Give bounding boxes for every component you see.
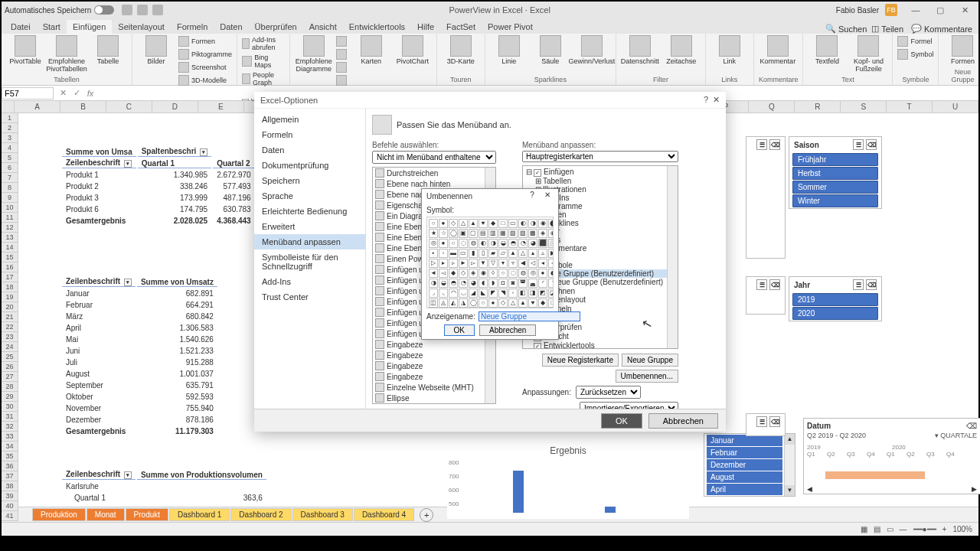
symbol-item[interactable]: ◂ <box>538 259 547 268</box>
symbol-item[interactable]: ◀ <box>518 259 528 268</box>
ribbon-3d-modelle[interactable]: 3D-Modelle <box>178 74 232 86</box>
symbol-item[interactable]: ◉ <box>538 219 547 228</box>
reset-combo[interactable]: Zurücksetzen <box>576 386 641 399</box>
clear-filter-icon[interactable]: ⌫ <box>966 422 977 430</box>
clear-filter-icon[interactable]: ⌫ <box>769 279 780 290</box>
scrollbar[interactable]: ▲ ▼ <box>784 434 795 496</box>
symbol-item[interactable]: ▢ <box>469 229 478 238</box>
multiselect-icon[interactable]: ☰ <box>756 139 767 150</box>
ribbon-zeitachse[interactable]: Zeitachse <box>662 35 701 66</box>
ribbon-chart[interactable] <box>336 61 349 73</box>
ribbon-chart[interactable] <box>336 35 349 47</box>
ribbon-karten[interactable]: Karten <box>352 35 390 66</box>
slicer-item[interactable]: 2019 <box>792 293 878 306</box>
symbol-item[interactable]: ◐ <box>518 219 528 228</box>
command-item[interactable]: Eingabeze <box>373 360 495 371</box>
maximize-icon[interactable]: ▢ <box>929 2 951 18</box>
symbol-item[interactable]: ▷ <box>429 259 438 268</box>
options-category[interactable]: Formeln <box>254 127 365 142</box>
user-avatar[interactable]: FB <box>885 4 897 16</box>
symbol-item[interactable]: ▹ <box>449 259 458 268</box>
ribbon-search[interactable]: 🔍 Suchen <box>821 24 871 34</box>
name-box[interactable] <box>2 87 54 99</box>
multiselect-icon[interactable]: ☰ <box>756 279 767 290</box>
symbol-item[interactable]: ◠ <box>449 289 458 298</box>
options-category[interactable]: Allgemein <box>254 112 365 127</box>
symbol-item[interactable]: ▧ <box>508 229 518 238</box>
command-item[interactable]: Ellipse <box>373 393 495 403</box>
ribbon-add-ins-abrufen[interactable]: Add-Ins abrufen <box>242 35 285 52</box>
ribbon-piktogramme[interactable]: Piktogramme <box>178 48 232 60</box>
undo-icon[interactable] <box>137 5 148 15</box>
symbol-item[interactable]: ◔ <box>459 279 468 288</box>
tab-überprüfen[interactable]: Überprüfen <box>249 20 303 34</box>
minimize-icon[interactable]: — <box>905 2 926 18</box>
tab-seitenlayout[interactable]: Seitenlayout <box>112 20 171 34</box>
symbol-item[interactable]: ▰ <box>488 249 498 258</box>
symbol-item[interactable]: ◛ <box>528 279 537 288</box>
chart-bar[interactable] <box>513 471 524 513</box>
options-category[interactable]: Speichern <box>254 173 365 188</box>
options-category[interactable]: Add-Ins <box>254 274 365 289</box>
ribbon-formen[interactable]: Formen <box>178 35 232 47</box>
symbol-item[interactable]: ◮ <box>459 298 468 308</box>
symbol-item[interactable]: ◍ <box>469 239 478 248</box>
symbol-item[interactable]: ⬛ <box>538 239 547 248</box>
slicer-saison[interactable]: Saison☰⌫FrühjahrHerbstSommerWinter <box>789 136 882 209</box>
slicer-hidden[interactable]: ☰⌫ <box>746 136 786 259</box>
symbol-item[interactable]: ▦ <box>498 229 508 238</box>
symbol-item[interactable]: ◞ <box>429 289 438 298</box>
symbol-item[interactable]: ◔ <box>518 239 528 248</box>
command-item[interactable]: Erste Spalte fixieren <box>373 403 495 404</box>
ribbon-bilder[interactable]: Bilder <box>137 35 175 66</box>
symbol-item[interactable]: ◐ <box>479 239 488 248</box>
tree-node[interactable]: ✓Entwicklertools <box>524 341 676 349</box>
timeline-range-bar[interactable] <box>825 471 925 479</box>
slicer-item[interactable]: August <box>707 471 782 483</box>
symbol-item[interactable]: ◩ <box>538 289 547 298</box>
cancel-button[interactable]: Abbrechen <box>479 324 536 336</box>
symbol-item[interactable]: ► <box>459 259 468 268</box>
symbol-item[interactable]: ◑ <box>488 239 498 248</box>
zoom-level[interactable]: 100% <box>952 525 972 533</box>
tab-power pivot[interactable]: Power Pivot <box>482 20 539 34</box>
ribbon-pivotchart[interactable]: PivotChart <box>394 35 432 66</box>
customize-ribbon-combo[interactable]: Hauptregisterkarten <box>522 151 678 162</box>
symbol-item[interactable]: ▬ <box>449 249 458 258</box>
symbol-item[interactable]: ◅ <box>439 269 448 278</box>
ribbon-formel[interactable]: Formel <box>897 35 933 47</box>
symbol-item[interactable]: ◇ <box>459 269 468 278</box>
symbol-item[interactable]: ◕ <box>469 279 478 288</box>
rename-button[interactable]: Umbenennen... <box>616 370 678 383</box>
symbol-item[interactable]: ▲ <box>508 249 518 258</box>
symbol-item[interactable]: ▼ <box>479 259 488 268</box>
symbol-item[interactable]: ▽ <box>488 259 498 268</box>
symbol-item[interactable]: ◃ <box>548 259 554 268</box>
ribbon-gewinn-verlust[interactable]: Gewinn/Verlust <box>573 35 611 66</box>
ribbon-linie[interactable]: Linie <box>490 35 528 66</box>
slicer-item[interactable]: Winter <box>792 194 878 207</box>
symbol-item[interactable]: ▻ <box>469 259 478 268</box>
options-category[interactable]: Erleichterte Bedienung <box>254 204 365 219</box>
scroll-up-icon[interactable]: ▲ <box>785 434 795 445</box>
clear-filter-icon[interactable]: ⌫ <box>769 416 780 427</box>
symbol-item[interactable]: ▣ <box>459 229 468 238</box>
symbol-item[interactable]: △ <box>459 219 468 228</box>
symbol-item[interactable]: ● <box>439 219 448 228</box>
help-icon[interactable]: ? <box>526 191 538 201</box>
pivot-table-production[interactable]: Zeilenbeschrift ▾Summe von Produktionsvo… <box>60 468 268 504</box>
scrollbar[interactable] <box>667 166 678 348</box>
slicer-item[interactable]: Sommer <box>792 181 878 194</box>
symbol-item[interactable]: ▵ <box>538 249 547 258</box>
symbol-item[interactable]: ◥ <box>498 289 508 298</box>
symbol-item[interactable]: ▤ <box>479 229 488 238</box>
symbol-item[interactable]: ◄ <box>429 269 438 278</box>
symbol-item[interactable]: ● <box>488 298 498 308</box>
symbol-item[interactable]: ▨ <box>518 229 528 238</box>
pivot-table-months[interactable]: Zeilenbeschrift ▾Summe von UmsatzJanuar6… <box>60 276 219 438</box>
slicer-hidden2[interactable]: ☰⌫ <box>746 276 786 315</box>
slicer-item[interactable]: April <box>707 484 782 495</box>
symbol-item[interactable]: ◎ <box>429 239 438 248</box>
ribbon-chart[interactable] <box>336 74 349 86</box>
command-item[interactable]: Eingabeze <box>373 350 495 360</box>
